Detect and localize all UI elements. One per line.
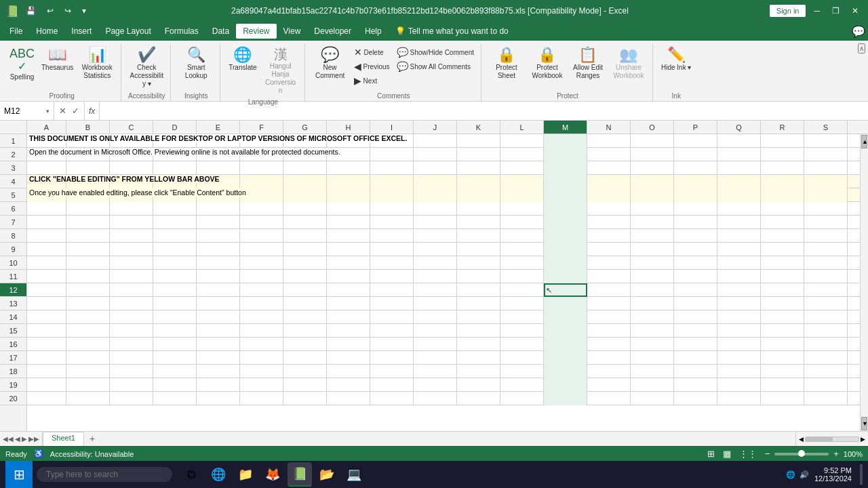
cell-I5[interactable] [370, 188, 414, 202]
cell-C9[interactable] [110, 243, 153, 256]
cell-L6[interactable] [500, 202, 544, 216]
cell-M5[interactable] [544, 188, 587, 202]
cell-J19[interactable] [414, 378, 457, 392]
cell-K6[interactable] [457, 202, 500, 216]
cell-C20[interactable] [110, 392, 153, 405]
cell-G6[interactable] [283, 202, 327, 216]
cell-M10[interactable] [544, 256, 587, 270]
formula-input[interactable] [100, 106, 868, 116]
cell-Q4[interactable] [717, 175, 761, 188]
cell-C3[interactable] [110, 161, 153, 175]
sheet-nav-next[interactable]: ▶ [22, 435, 27, 443]
add-sheet-button[interactable]: + [84, 432, 100, 446]
cell-H15[interactable] [327, 324, 370, 338]
restore-button[interactable]: ❐ [828, 5, 844, 17]
cell-J7[interactable] [414, 216, 457, 229]
cell-S12[interactable] [804, 283, 848, 297]
cell-K5[interactable] [457, 188, 500, 202]
cell-R12[interactable] [761, 283, 804, 297]
cell-I2[interactable] [370, 148, 414, 161]
h-scroll-thumb[interactable] [806, 437, 833, 441]
enter-formula-button[interactable]: ✓ [70, 106, 81, 116]
cell-A15[interactable] [27, 324, 66, 338]
cell-Q10[interactable] [717, 256, 761, 270]
cell-K7[interactable] [457, 216, 500, 229]
cell-L9[interactable] [500, 243, 544, 256]
cell-E19[interactable] [197, 378, 240, 392]
cell-D9[interactable] [153, 243, 197, 256]
menu-developer[interactable]: Developer [307, 24, 358, 39]
cell-F7[interactable] [240, 216, 283, 229]
cell-O4[interactable] [631, 175, 674, 188]
cell-G8[interactable] [283, 229, 327, 243]
cell-H5[interactable] [327, 188, 370, 202]
cell-L2[interactable] [500, 148, 544, 161]
hangul-hanja-button[interactable]: 漢 Hangul Hanja Conversion [261, 45, 300, 97]
cell-B20[interactable] [66, 392, 110, 405]
cell-A19[interactable] [27, 378, 66, 392]
cell-B15[interactable] [66, 324, 110, 338]
cell-E17[interactable] [197, 351, 240, 365]
cell-P7[interactable] [674, 216, 717, 229]
cell-R3[interactable] [761, 161, 804, 175]
cell-G15[interactable] [283, 324, 327, 338]
cell-E18[interactable] [197, 365, 240, 378]
cell-J16[interactable] [414, 338, 457, 351]
row-num-20[interactable]: 20 [0, 392, 26, 405]
scroll-down-arrow[interactable]: ▼ [861, 417, 867, 430]
col-header-P[interactable]: P [674, 121, 717, 134]
cell-H13[interactable] [327, 297, 370, 310]
cell-L14[interactable] [500, 310, 544, 324]
row-num-14[interactable]: 14 [0, 310, 26, 324]
cell-F16[interactable] [240, 338, 283, 351]
cell-B14[interactable] [66, 310, 110, 324]
col-header-G[interactable]: G [283, 121, 327, 134]
cell-I18[interactable] [370, 365, 414, 378]
cell-D3[interactable] [153, 161, 197, 175]
cell-K2[interactable] [457, 148, 500, 161]
cell-L5[interactable] [500, 188, 544, 202]
cell-I7[interactable] [370, 216, 414, 229]
cell-O11[interactable] [631, 270, 674, 283]
cell-E13[interactable] [197, 297, 240, 310]
previous-comment-button[interactable]: ◀ Previous [351, 60, 393, 73]
cell-B7[interactable] [66, 216, 110, 229]
cell-C10[interactable] [110, 256, 153, 270]
cell-A20[interactable] [27, 392, 66, 405]
cell-P20[interactable] [674, 392, 717, 405]
cell-A1[interactable]: THIS DOCUMENT IS ONLY AVAILABLE FOR DESK… [27, 134, 66, 148]
cell-N11[interactable] [587, 270, 631, 283]
menu-help[interactable]: Help [358, 24, 389, 39]
cell-G4[interactable] [283, 175, 327, 188]
start-button[interactable]: ⊞ [5, 461, 33, 488]
cell-N13[interactable] [587, 297, 631, 310]
cell-S18[interactable] [804, 365, 848, 378]
cell-N12[interactable] [587, 283, 631, 297]
cell-P5[interactable] [674, 188, 717, 202]
cell-O14[interactable] [631, 310, 674, 324]
cell-M7[interactable] [544, 216, 587, 229]
name-box[interactable]: M12 ▾ [0, 102, 54, 120]
cell-H12[interactable] [327, 283, 370, 297]
cell-B6[interactable] [66, 202, 110, 216]
cell-A12[interactable] [27, 283, 66, 297]
cell-E11[interactable] [197, 270, 240, 283]
cell-F4[interactable] [240, 175, 283, 188]
zoom-out-button[interactable]: − [763, 448, 772, 460]
cell-G3[interactable] [283, 161, 327, 175]
cell-G17[interactable] [283, 351, 327, 365]
col-header-E[interactable]: E [197, 121, 240, 134]
cell-J10[interactable] [414, 256, 457, 270]
cell-P2[interactable] [674, 148, 717, 161]
cell-J20[interactable] [414, 392, 457, 405]
cell-C15[interactable] [110, 324, 153, 338]
menu-review[interactable]: Review [236, 24, 276, 39]
cell-I17[interactable] [370, 351, 414, 365]
cell-D6[interactable] [153, 202, 197, 216]
cell-K20[interactable] [457, 392, 500, 405]
cell-D17[interactable] [153, 351, 197, 365]
cell-J11[interactable] [414, 270, 457, 283]
cell-C7[interactable] [110, 216, 153, 229]
cell-G18[interactable] [283, 365, 327, 378]
row-num-1[interactable]: 1 [0, 134, 26, 148]
